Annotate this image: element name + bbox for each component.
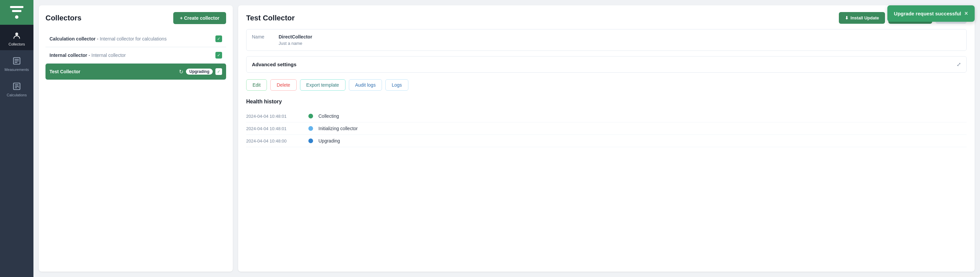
collector-item-internal-desc: Internal collector — [91, 53, 126, 58]
collector-item-calculation-name: Calculation collector — [49, 36, 95, 41]
health-dot-1 — [309, 126, 313, 131]
sidebar-item-calculations-label: Calculations — [7, 93, 27, 97]
collectors-header: Collectors + Create collector — [46, 12, 226, 24]
collector-item-internal-sep: - — [87, 53, 91, 58]
detail-title: Test Collector — [246, 14, 295, 22]
install-icon: ⬇ — [845, 15, 848, 21]
sidebar: Collectors Measurements ≡ Calculations — [0, 0, 33, 277]
health-status-2: Upgrading — [318, 138, 340, 143]
collector-item-internal-check: ✓ — [215, 52, 222, 59]
install-update-button[interactable]: ⬇ Install Update — [839, 12, 885, 24]
collector-item-calculation-check: ✓ — [215, 35, 222, 42]
health-timestamp-0: 2024-04-04 10:48:01 — [246, 114, 303, 119]
health-row-2: 2024-04-04 10:48:00 Upgrading — [246, 135, 967, 147]
health-status-0: Collecting — [318, 113, 339, 119]
collector-item-internal-name: Internal collector — [49, 53, 87, 58]
health-dot-0 — [309, 114, 313, 118]
name-value-col: DirectCollector Just a name — [278, 34, 312, 46]
svg-point-0 — [15, 32, 18, 35]
health-history-title: Health history — [246, 99, 967, 105]
collector-item-calculation-sep: - — [95, 36, 100, 41]
upgrading-badge: Upgrading — [186, 68, 213, 75]
logo-bar-2 — [12, 10, 21, 12]
name-value-main: DirectCollector — [278, 34, 312, 40]
collector-item-calculation-icons: ✓ — [215, 35, 222, 42]
health-section: Health history 2024-04-04 10:48:01 Colle… — [246, 99, 967, 147]
health-status-1: Initializing collector — [318, 126, 358, 131]
export-template-button[interactable]: Export template — [300, 79, 345, 91]
detail-panel: Test Collector ⬇ Install Update Generate… — [238, 5, 975, 272]
svg-text:≡: ≡ — [18, 86, 19, 89]
sidebar-item-calculations[interactable]: ≡ Calculations — [0, 76, 33, 101]
detail-header: Test Collector ⬇ Install Update Generate… — [246, 12, 967, 24]
collector-item-internal-text: Internal collector - Internal collector — [49, 53, 126, 58]
sidebar-item-measurements-label: Measurements — [5, 68, 29, 72]
name-row: Name DirectCollector Just a name — [246, 29, 967, 51]
toast-notification: Upgrade request successful × — [887, 5, 975, 22]
measurements-icon — [12, 56, 21, 65]
name-value-sub: Just a name — [278, 41, 312, 46]
collector-item-internal[interactable]: Internal collector - Internal collector … — [46, 47, 226, 64]
collector-item-internal-icons: ✓ — [215, 52, 222, 59]
advanced-settings-title: Advanced settings — [252, 62, 296, 67]
collector-item-calculation-text: Calculation collector - Internal collect… — [49, 36, 167, 41]
health-timestamp-1: 2024-04-04 10:48:01 — [246, 126, 303, 131]
create-collector-button[interactable]: + Create collector — [173, 12, 226, 24]
edit-button[interactable]: Edit — [246, 79, 267, 91]
name-label: Name — [252, 34, 272, 40]
advanced-settings[interactable]: Advanced settings ⤢ — [246, 56, 967, 73]
expand-icon: ⤢ — [956, 61, 961, 68]
collectors-icon — [12, 31, 21, 40]
collector-item-calculation[interactable]: Calculation collector - Internal collect… — [46, 31, 226, 47]
collector-item-test-check: ✓ — [215, 68, 222, 75]
collectors-panel: Collectors + Create collector Calculatio… — [39, 5, 233, 272]
toast-close-button[interactable]: × — [964, 10, 968, 17]
audit-logs-button[interactable]: Audit logs — [349, 79, 382, 91]
collector-item-test-text: Test Collector — [49, 69, 80, 74]
health-dot-2 — [309, 138, 313, 143]
refresh-icon: ↻ — [179, 68, 183, 75]
collector-item-test-name: Test Collector — [49, 69, 80, 74]
logo-bar-1 — [10, 6, 24, 8]
health-timestamp-2: 2024-04-04 10:48:00 — [246, 138, 303, 143]
action-buttons-row: Edit Delete Export template Audit logs L… — [246, 79, 967, 91]
collector-item-test-icons: ↻ Upgrading ✓ — [179, 68, 222, 75]
logs-button[interactable]: Logs — [385, 79, 408, 91]
sidebar-item-measurements[interactable]: Measurements — [0, 50, 33, 76]
toast-message: Upgrade request successful — [894, 11, 961, 16]
collectors-panel-title: Collectors — [46, 14, 82, 22]
install-update-label: Install Update — [851, 15, 879, 21]
sidebar-item-collectors-label: Collectors — [9, 42, 25, 46]
collector-item-calculation-desc: Internal collector for calculations — [100, 36, 167, 41]
logo-dot — [15, 15, 18, 19]
calculations-icon: ≡ — [12, 82, 21, 91]
sidebar-item-collectors[interactable]: Collectors — [0, 25, 33, 50]
delete-button[interactable]: Delete — [270, 79, 296, 91]
sidebar-logo — [0, 0, 33, 25]
health-row-0: 2024-04-04 10:48:01 Collecting — [246, 110, 967, 123]
collector-item-test[interactable]: Test Collector ↻ Upgrading ✓ — [46, 64, 226, 80]
health-row-1: 2024-04-04 10:48:01 Initializing collect… — [246, 123, 967, 135]
main-content: Collectors + Create collector Calculatio… — [33, 0, 980, 277]
